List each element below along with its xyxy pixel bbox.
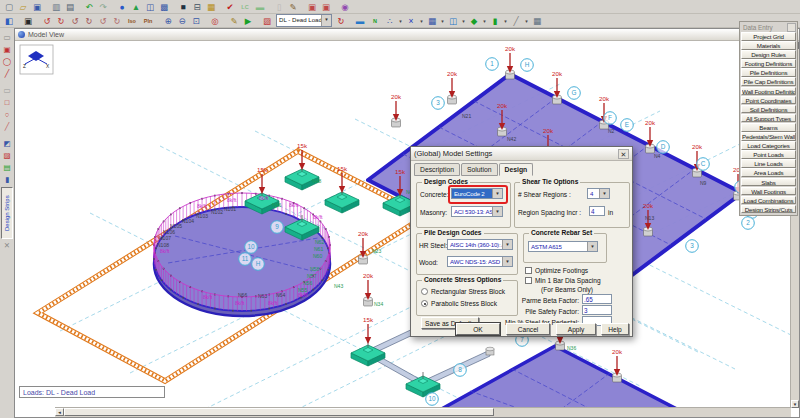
model-view-titlebar[interactable]: Model View <box>15 29 799 41</box>
masonry-code-select[interactable]: ACI 530-13: ASD▼ <box>451 206 503 217</box>
dropdown-arrow-icon[interactable]: ▾ <box>481 15 488 27</box>
zoom-in-button[interactable]: ⊕ <box>162 15 175 27</box>
save-button[interactable]: ▣ <box>31 1 44 13</box>
data-entry-item-slabs[interactable]: Slabs <box>741 178 796 187</box>
data-entry-close-icon[interactable] <box>787 23 796 32</box>
chevron-down-icon[interactable]: ▼ <box>502 240 512 249</box>
slab-lower[interactable] <box>420 346 700 408</box>
unity-check-button[interactable]: ▣ <box>306 1 319 13</box>
data-entry-item-beams[interactable]: Beams <box>741 123 796 132</box>
criteria-select-tool[interactable]: ▨ <box>1 150 13 161</box>
lock-selection-tool[interactable]: ▮ <box>1 174 13 185</box>
new-view-button[interactable]: ◧ <box>3 15 16 27</box>
snapshot-button[interactable]: ▣ <box>22 15 35 27</box>
zoom-extents-button[interactable]: ◎ <box>209 15 222 27</box>
envelope-button[interactable]: ▬ <box>254 1 267 13</box>
data-entry-item-soil-definitions[interactable]: Soil Definitions <box>741 105 796 114</box>
polygon-select-tool[interactable]: ◯ <box>1 56 13 67</box>
region-spacing-input[interactable] <box>589 206 605 216</box>
report-button[interactable]: ▯ <box>273 1 286 13</box>
dialog-titlebar[interactable]: (Global) Model Settings ✕ <box>411 147 632 161</box>
redraw-button[interactable]: ▶ <box>242 15 255 27</box>
chevron-down-icon[interactable]: ▼ <box>599 189 609 198</box>
data-entry-item-design-rules[interactable]: Design Rules <box>741 50 796 59</box>
rendered-view-button[interactable]: ● <box>116 1 129 13</box>
line-select-tool[interactable]: ╱ <box>1 68 13 79</box>
rectangular-stress-radio[interactable] <box>421 288 428 295</box>
data-entry-item-load-combinations[interactable]: Load Combinations <box>741 196 796 205</box>
data-entry-item-wall-footings[interactable]: Wall Footings <box>741 187 796 196</box>
data-entry-item-pedestals-stem-walls[interactable]: Pedestals/Stem Walls <box>741 132 796 141</box>
wood-select[interactable]: AWC NDS-15: ASD▼ <box>447 256 513 267</box>
help-button[interactable]: ◉ <box>339 1 352 13</box>
solve-button[interactable]: ✔ <box>224 1 237 13</box>
undo-button[interactable]: ↶ <box>83 1 96 13</box>
data-entry-item-all-support-types[interactable]: All Support Types <box>741 114 796 123</box>
rebar-select[interactable]: ASTM A615▼ <box>528 241 598 252</box>
data-entry-item-design-strips-cuts[interactable]: Design Strips/Cuts <box>741 205 796 214</box>
edit-drawing-button[interactable]: ✎ <box>228 15 241 27</box>
invert-selection-tool[interactable]: ◩ <box>1 138 13 149</box>
dropdown-arrow-icon[interactable]: ▾ <box>523 15 530 27</box>
parabolic-stress-radio[interactable] <box>421 300 428 307</box>
ok-button[interactable]: OK <box>456 323 500 335</box>
dropdown-arrow-icon[interactable]: ▾ <box>418 15 425 27</box>
split-view-button[interactable]: ⊟ <box>191 1 204 13</box>
open-file-button[interactable]: ▱ <box>17 1 30 13</box>
plan-view-button[interactable]: Pln <box>141 15 156 27</box>
redo-button[interactable]: ↷ <box>97 1 110 13</box>
polygon-unselect-tool[interactable]: ○ <box>1 109 13 120</box>
print-button[interactable]: ▤ <box>64 1 77 13</box>
footing-toggle[interactable]: ◫ <box>447 15 460 27</box>
data-entry-item-pile-definitions[interactable]: Pile Definitions <box>741 68 796 77</box>
data-entry-item-pile-cap-definitions[interactable]: Pile Cap Definitions <box>741 77 796 86</box>
tab-description[interactable]: Description <box>414 163 460 176</box>
tab-solution[interactable]: Solution <box>461 163 498 176</box>
apply-load-button[interactable]: ↻ <box>335 15 348 27</box>
model-scene[interactable]: 20k20k20k20k20k20k20k20k20k20k20k20k20k2… <box>15 41 791 408</box>
dropdown-arrow-icon[interactable]: ▾ <box>397 15 404 27</box>
load-display-toggle[interactable]: × <box>405 15 418 27</box>
node-label-toggle[interactable]: N <box>368 15 383 27</box>
data-entry-item-load-categories[interactable]: Load Categories <box>741 141 796 150</box>
select-all-tool[interactable]: ▭ <box>1 32 13 43</box>
parme-input[interactable] <box>582 294 612 304</box>
scrollbar-thumb[interactable] <box>64 408 494 416</box>
copy-button[interactable]: ▥ <box>50 1 63 13</box>
cascade-windows-button[interactable]: ▩ <box>158 1 171 13</box>
save-selection-tool[interactable]: ▤ <box>1 162 13 173</box>
spreadsheet-button[interactable]: ▦ <box>205 1 218 13</box>
data-entry-item-materials[interactable]: Materials <box>741 41 796 50</box>
data-entry-item-line-loads[interactable]: Line Loads <box>741 159 796 168</box>
rotate-right-button[interactable]: ↻ <box>55 15 68 27</box>
data-entry-item-project-grid[interactable]: Project Grid <box>741 32 796 41</box>
rotate-down-button[interactable]: ↻ <box>83 15 96 27</box>
dark-view-button[interactable]: ■ <box>177 1 190 13</box>
scroll-left-button[interactable]: ◄ <box>55 408 64 416</box>
apply-button[interactable]: Apply <box>556 323 596 335</box>
dropdown-arrow-icon[interactable]: ▾ <box>439 15 446 27</box>
data-entry-item-footing-definitions[interactable]: Footing Definitions <box>741 59 796 68</box>
model-canvas[interactable]: 20k20k20k20k20k20k20k20k20k20k20k20k20k2… <box>15 41 791 408</box>
data-entry-item-point-loads[interactable]: Point Loads <box>741 150 796 159</box>
rotate-left-button[interactable]: ↺ <box>41 15 54 27</box>
plot-options-button[interactable]: ▨ <box>261 15 274 27</box>
rotate-up-button[interactable]: ↺ <box>69 15 82 27</box>
delete-tool[interactable]: ✕ <box>1 240 13 251</box>
load-case-select[interactable]: DL - Dead Load▼ <box>276 14 332 27</box>
data-entry-item-point-coordinates[interactable]: Point Coordinates <box>741 96 796 105</box>
cancel-button[interactable]: Cancel <box>506 323 550 335</box>
solve-lc-button[interactable]: LC <box>238 1 253 13</box>
concrete-code-select[interactable]: EuroCode 2▼ <box>451 188 503 199</box>
dialog-close-button[interactable]: ✕ <box>618 149 629 159</box>
chevron-down-icon[interactable]: ▼ <box>492 207 502 216</box>
optimize-footings-checkbox[interactable] <box>525 267 532 274</box>
chevron-down-icon[interactable]: ▼ <box>502 257 512 266</box>
line-unselect-tool[interactable]: ╱ <box>1 121 13 132</box>
dropdown-arrow-icon[interactable]: ▾ <box>460 15 467 27</box>
slab-toggle[interactable]: ◆ <box>468 15 481 27</box>
tab-design[interactable]: Design <box>499 163 534 176</box>
dropdown-arrow-icon[interactable]: ▾ <box>502 15 509 27</box>
point-label-toggle[interactable]: ∴ <box>384 15 397 27</box>
zoom-out-button[interactable]: ⊖ <box>176 15 189 27</box>
